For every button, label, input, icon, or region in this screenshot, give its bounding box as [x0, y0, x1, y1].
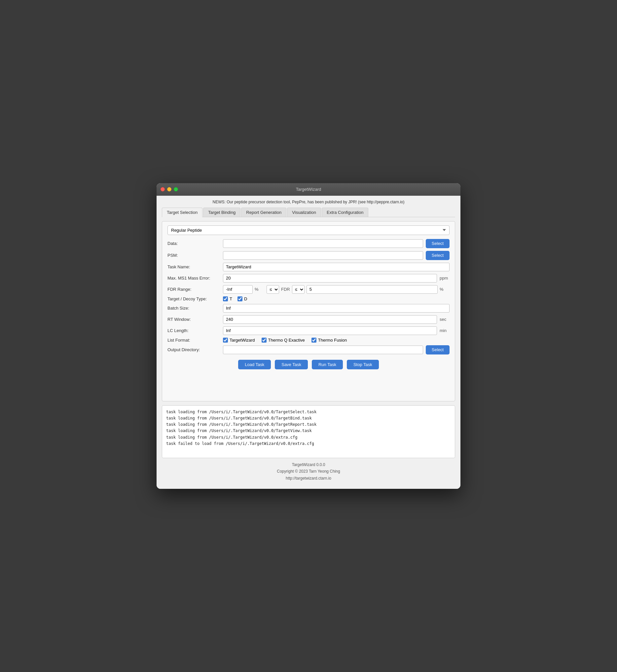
footer-line1: TargetWizard 0.0.0 [162, 461, 455, 468]
titlebar: TargetWizard [157, 183, 460, 196]
lc-length-row: LC Length: min [168, 326, 449, 335]
data-label: Data: [168, 241, 220, 246]
format-targetwizard-item: TargetWizard [223, 338, 255, 343]
ms1-error-unit: ppm [440, 276, 449, 281]
decoy-checkbox-label: D [244, 296, 247, 301]
output-dir-input[interactable] [223, 346, 423, 354]
tab-visualization[interactable]: Visualization [287, 208, 321, 217]
tab-report-generation[interactable]: Report Generation [241, 208, 286, 217]
target-decoy-checkboxes: T D [223, 296, 449, 301]
fdr-pct-unit1: % [255, 287, 264, 292]
format-thermo-qe-item: Thermo Q Exactive [262, 338, 305, 343]
data-input[interactable] [223, 239, 423, 248]
batch-size-input[interactable] [223, 304, 449, 313]
fdr-range-label: FDR Range: [168, 287, 220, 292]
fdr-max-input[interactable] [306, 285, 438, 294]
app-window: TargetWizard NEWS: Our peptide precursor… [157, 183, 460, 489]
batch-size-label: Batch Size: [168, 306, 220, 311]
minimize-button[interactable] [167, 187, 171, 192]
rt-window-label: RT Window: [168, 317, 220, 322]
tab-bar: Target Selection Target Binding Report G… [162, 208, 455, 217]
traffic-lights [161, 187, 178, 192]
psm-label: PSM: [168, 253, 220, 258]
target-checkbox-label: T [230, 296, 232, 301]
list-format-row: List Format: TargetWizard Thermo Q Exact… [168, 338, 449, 343]
target-decoy-label: Target / Decoy Type: [168, 296, 220, 301]
task-name-row: Task Name: [168, 263, 449, 271]
task-name-input[interactable] [223, 263, 449, 271]
footer-line3: http://targetwizard.ctarn.io [162, 475, 455, 481]
run-task-button[interactable]: Run Task [312, 360, 343, 369]
target-decoy-row: Target / Decoy Type: T D [168, 296, 449, 301]
tab-target-binding[interactable]: Target Binding [203, 208, 240, 217]
select-psm-button[interactable]: Select [426, 251, 449, 260]
action-buttons: Load Task Save Task Run Task Stop Task [168, 360, 449, 369]
fdr-pct-unit2: % [440, 287, 449, 292]
fdr-op1-select[interactable]: ≤ < [266, 285, 279, 294]
rt-window-unit: sec [440, 317, 449, 322]
format-targetwizard-label: TargetWizard [230, 338, 255, 343]
save-task-button[interactable]: Save Task [275, 360, 308, 369]
rt-window-input[interactable] [223, 315, 437, 324]
batch-size-row: Batch Size: [168, 304, 449, 313]
select-output-button[interactable]: Select [426, 345, 449, 354]
lc-length-unit: min [440, 328, 449, 333]
log-panel: task loading from /Users/i/.TargetWizard… [162, 405, 455, 458]
output-dir-label: Output Directory: [168, 347, 220, 352]
peptide-type-select[interactable]: Regular Peptide Modified Peptide Cross-l… [168, 226, 449, 235]
lc-length-label: LC Length: [168, 328, 220, 333]
window-content: NEWS: Our peptide precursor detection to… [157, 196, 460, 489]
format-thermo-qe-checkbox[interactable] [262, 338, 266, 343]
decoy-checkbox-item: D [237, 296, 247, 301]
stop-task-button[interactable]: Stop Task [347, 360, 379, 369]
format-thermo-fusion-label: Thermo Fusion [318, 338, 347, 343]
data-row: Data: Select [168, 239, 449, 248]
psm-input[interactable] [223, 251, 423, 260]
decoy-checkbox[interactable] [237, 296, 242, 301]
list-format-options: TargetWizard Thermo Q Exactive Thermo Fu… [223, 338, 449, 343]
target-checkbox-item: T [223, 296, 232, 301]
fdr-op2-select[interactable]: ≤ < [292, 285, 304, 294]
load-task-button[interactable]: Load Task [238, 360, 271, 369]
window-title: TargetWizard [296, 187, 322, 192]
fdr-mid-label: FDR [281, 287, 290, 292]
footer: TargetWizard 0.0.0 Copyright © 2023 Tarn… [162, 458, 455, 483]
psm-row: PSM: Select [168, 251, 449, 260]
lc-length-input[interactable] [223, 326, 437, 335]
ms1-error-row: Max. MS1 Mass Error: ppm [168, 274, 449, 283]
fdr-range-row: FDR Range: % ≤ < FDR ≤ < % [168, 285, 449, 294]
main-panel: Regular Peptide Modified Peptide Cross-l… [162, 221, 455, 401]
fdr-min-input[interactable] [223, 285, 253, 294]
task-name-label: Task Name: [168, 264, 220, 269]
ms1-error-label: Max. MS1 Mass Error: [168, 276, 220, 281]
format-thermo-fusion-item: Thermo Fusion [312, 338, 347, 343]
rt-window-row: RT Window: sec [168, 315, 449, 324]
output-dir-row: Output Directory: Select [168, 345, 449, 354]
tab-target-selection[interactable]: Target Selection [162, 208, 202, 217]
fdr-range-controls: % ≤ < FDR ≤ < % [223, 285, 449, 294]
tab-extra-configuration[interactable]: Extra Configuration [322, 208, 368, 217]
footer-line2: Copyright © 2023 Tarn Yeong Ching [162, 468, 455, 474]
select-data-button[interactable]: Select [426, 239, 449, 248]
format-targetwizard-checkbox[interactable] [223, 338, 228, 343]
format-thermo-qe-label: Thermo Q Exactive [268, 338, 305, 343]
maximize-button[interactable] [174, 187, 178, 192]
peptide-type-row: Regular Peptide Modified Peptide Cross-l… [168, 226, 449, 235]
format-thermo-fusion-checkbox[interactable] [312, 338, 317, 343]
target-checkbox[interactable] [223, 296, 228, 301]
spacer [168, 369, 449, 396]
close-button[interactable] [161, 187, 165, 192]
news-bar: NEWS: Our peptide precursor detection to… [162, 200, 455, 204]
list-format-label: List Format: [168, 338, 220, 343]
ms1-error-input[interactable] [223, 274, 437, 283]
